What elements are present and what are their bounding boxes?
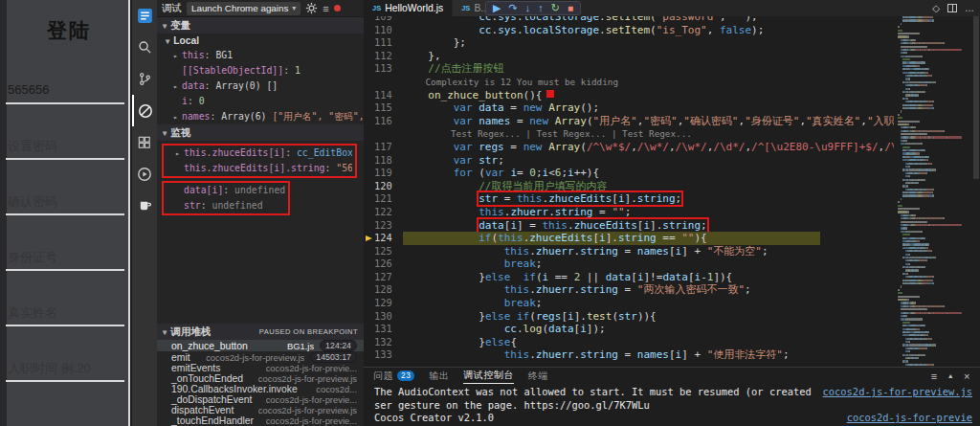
breakpoint-margin[interactable] xyxy=(364,336,374,349)
breakpoint-margin[interactable] xyxy=(364,310,374,324)
preview-input-field[interactable]: 身份证号 xyxy=(8,249,124,274)
problems-count-badge: 23 xyxy=(397,370,414,381)
breakpoint-margin[interactable] xyxy=(364,50,374,63)
scrollbar-thumb[interactable] xyxy=(973,16,979,179)
breakpoint-margin[interactable] xyxy=(364,24,374,37)
call-stack-section-header[interactable]: ▾ 调用堆栈 PAUSED ON BREAKPOINT xyxy=(157,324,364,340)
source-control-icon[interactable] xyxy=(132,63,157,95)
stop-button[interactable]: ■ xyxy=(568,4,573,13)
stack-frame-row[interactable]: emitcocos2d-js-for-preview.js14503:17 xyxy=(157,351,364,363)
source-file-link[interactable]: cocos2d-js-for-previe xyxy=(847,412,972,425)
variable-row[interactable]: ▸names: Array(6) ["用户名", "密码", "… xyxy=(157,109,364,124)
open-changes-icon[interactable]: ◇ xyxy=(932,3,940,13)
stack-frame-row[interactable]: on_zhuce_buttonBG1.js124:24 xyxy=(157,340,364,351)
panel-tab-调试控制台[interactable]: 调试控制台 xyxy=(463,368,514,384)
stack-frame-row[interactable]: _doDispatchEventcocos2d-js-for-previe... xyxy=(157,394,364,405)
breakpoint-margin[interactable] xyxy=(364,297,374,310)
panel-menu-icon[interactable]: ≡ xyxy=(931,370,938,382)
minimap[interactable] xyxy=(896,16,972,367)
preview-input-field[interactable]: 真实姓名 xyxy=(8,304,124,329)
search-icon[interactable] xyxy=(132,32,157,63)
preview-input-field[interactable]: 确认密码 xyxy=(8,193,124,218)
breakpoint-margin[interactable] xyxy=(364,141,374,154)
line-number: 127 xyxy=(374,271,403,284)
breakpoint-margin[interactable] xyxy=(364,167,374,180)
debug-icon[interactable] xyxy=(132,95,157,126)
extensions-icon[interactable] xyxy=(132,126,157,158)
tab-helloworld-js[interactable]: JS HelloWorld.js xyxy=(364,0,453,16)
breakpoint-margin[interactable] xyxy=(364,245,374,258)
breakpoint-margin[interactable] xyxy=(364,206,374,219)
breakpoint-margin[interactable] xyxy=(364,283,374,297)
more-views-icon[interactable]: ≡ xyxy=(323,3,328,14)
current-line-arrow-icon[interactable] xyxy=(364,232,374,245)
code-editor[interactable]: 109cc.sys.localStorage.setItem("password… xyxy=(364,16,894,362)
code-line: 133this.zhuerr.string = names[i] + "使用非法… xyxy=(364,348,894,362)
step-out-button[interactable]: ↑ xyxy=(538,3,544,13)
variable-row[interactable]: [[StableObjectId]]: 1 xyxy=(157,63,364,78)
stack-frame-row[interactable]: _onTouchEndedcocos2d-js-for-preview.js xyxy=(157,373,364,384)
restart-button[interactable]: ↻ xyxy=(551,3,560,13)
variable-row[interactable]: this.zhuceEdits[i].string: "565656" xyxy=(167,161,352,176)
source-file-link[interactable]: cocos2d-js-for-preview.js xyxy=(823,386,972,399)
variable-row[interactable]: ▸this: BG1 xyxy=(157,48,364,63)
run-icon[interactable] xyxy=(132,158,157,190)
preview-input-field[interactable]: 入职时间 例:20 xyxy=(8,360,124,385)
breakpoint-margin[interactable] xyxy=(364,115,374,128)
scope-local[interactable]: ▾ Local xyxy=(157,34,364,48)
breakpoint-margin[interactable] xyxy=(364,271,374,284)
breakpoint-margin[interactable] xyxy=(364,62,374,76)
panel-tab-输出[interactable]: 输出 xyxy=(429,368,449,384)
breakpoint-margin[interactable] xyxy=(364,348,374,362)
variable-row[interactable]: ▸data: Array(0) [] xyxy=(157,78,364,94)
breakpoint-margin[interactable] xyxy=(364,89,374,102)
code-line: 127}else if(i == 2 || data[i]!=data[i-1]… xyxy=(364,271,894,284)
stack-frame-row[interactable]: 190.CallbacksInvoker.invokecocos2d... xyxy=(157,384,364,394)
variables-section-header[interactable]: ▾ 变量 xyxy=(157,17,364,34)
watch-section-header[interactable]: ▾ 监视 xyxy=(157,124,364,141)
variable-row[interactable]: ▸this.zhuceEdits[i]: cc_EditBox {_name… xyxy=(167,146,352,161)
variable-row[interactable]: str: undefined xyxy=(167,198,285,213)
stack-frame-row[interactable]: dispatchEventcocos2d-js-for-preview.js xyxy=(157,405,364,415)
variable-row[interactable]: data[i]: undefined xyxy=(167,183,285,198)
gear-icon[interactable] xyxy=(305,2,318,14)
codelens-annotation[interactable]: Test Regex... | Test Regex... | Test Reg… xyxy=(451,128,692,139)
breakpoint-margin[interactable] xyxy=(364,154,374,168)
explorer-icon[interactable] xyxy=(132,0,157,32)
codelens-annotation[interactable]: Complexity is 12 You must be kidding xyxy=(425,77,618,87)
more-actions-icon[interactable]: … xyxy=(965,3,974,13)
breakpoint-margin[interactable] xyxy=(364,76,374,89)
step-into-button[interactable]: ↓ xyxy=(525,3,531,13)
breakpoint-margin[interactable] xyxy=(364,323,374,336)
breakpoint-margin[interactable] xyxy=(364,192,374,206)
debug-controls-toolbar: ▶ ↷ ↓ ↑ ↻ ■ xyxy=(485,1,581,15)
preview-input-field[interactable]: 设置密码 xyxy=(8,138,124,163)
code-line: 132}else{ xyxy=(364,336,894,349)
paused-status-badge: PAUSED ON BREAKPOINT xyxy=(259,327,358,336)
breakpoint-margin[interactable] xyxy=(364,127,374,141)
breakpoint-margin[interactable] xyxy=(364,219,374,233)
breakpoint-margin[interactable] xyxy=(364,180,374,193)
vscode-window: 登陆 565656设置密码确认密码身份证号真实姓名入职时间 例:20 调试 xyxy=(0,0,980,426)
maximize-panel-icon[interactable]: ▲ xyxy=(947,372,954,379)
line-number: 132 xyxy=(374,336,403,349)
code-line: 109cc.sys.localStorage.setItem("password… xyxy=(364,16,894,24)
stack-frame-row[interactable]: emitEventscocos2d-js-for-previe... xyxy=(157,363,364,373)
line-number: 128 xyxy=(374,283,403,297)
editor-actions: ◇ … xyxy=(932,0,980,16)
breakpoint-margin[interactable] xyxy=(364,16,374,24)
preview-input-field[interactable]: 565656 xyxy=(8,82,124,107)
continue-button[interactable]: ▶ xyxy=(493,3,501,13)
variable-row[interactable]: i: 0 xyxy=(157,94,364,109)
split-editor-icon[interactable] xyxy=(947,4,957,12)
panel-tab-问题[interactable]: 问题23 xyxy=(373,368,414,384)
panel-tab-终端[interactable]: 终端 xyxy=(528,368,548,384)
breakpoint-margin[interactable] xyxy=(364,258,374,271)
step-over-button[interactable]: ↷ xyxy=(508,3,517,13)
stack-frame-row[interactable]: _touchEndHandlercocos2d-js-for-previe... xyxy=(157,415,364,426)
breakpoint-margin[interactable] xyxy=(364,36,374,50)
breakpoint-margin[interactable] xyxy=(364,101,374,115)
debug-configuration-dropdown[interactable]: Launch Chrome agains▾ xyxy=(187,2,301,15)
close-panel-icon[interactable]: × xyxy=(964,370,970,382)
tools-mug-icon[interactable] xyxy=(132,190,157,221)
